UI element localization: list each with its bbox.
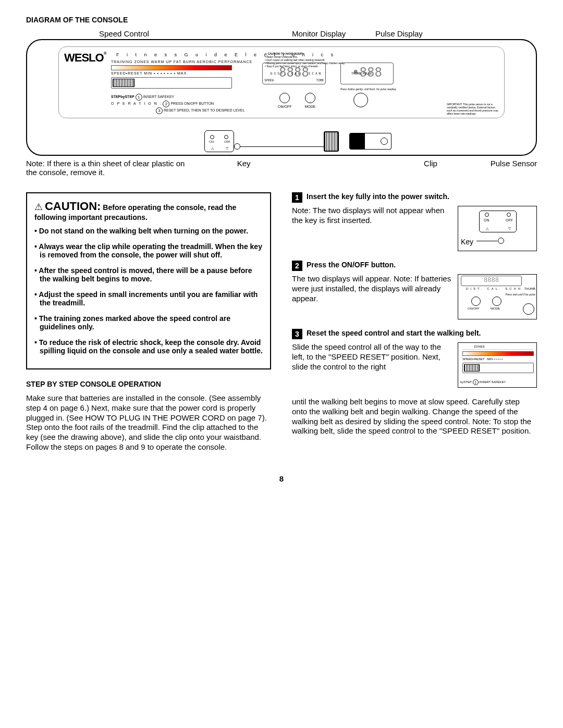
label-pulse-display: Pulse Display [375,29,423,38]
step-3-figure: ZONES SPEED•RESET MIN • • • • • bySTEP 1… [458,342,537,388]
step-2-text: The two displays will appear. Note: If b… [292,274,452,319]
step-1-figure: ON OFF △ ▽ Key [458,206,537,251]
power-switch-icon: ON OFF △ ▽ [204,130,234,152]
note-plastic: Note: If there is a thin sheet of clear … [26,159,193,177]
brand-logo: WESLO® [64,51,106,65]
training-zones-row: TRAINING ZONES WARM UP FAT BURN AEROBIC … [111,60,252,64]
subsection-para: Make sure that batteries are installed i… [26,393,271,452]
bullet-5: The training zones marked above the spee… [34,314,263,331]
bullet-4: Adjust the speed in small increments unt… [34,290,263,307]
label-monitor-display: Monitor Display [292,29,375,38]
left-column: ⚠ CAUTION: Before operating the console,… [26,192,271,459]
clip-icon [324,131,339,152]
step-1-title: Insert the key fully into the power swit… [307,192,449,201]
pulse-display-box: •888 THUMB PULSE [340,63,394,84]
training-gradient [111,65,232,70]
bullet-3: After the speed control is moved, there … [34,266,263,283]
pulse-button-icon [353,93,368,107]
step-1-header: 1 Insert the key fully into the power sw… [292,192,537,203]
caution-box: ⚠ CAUTION: Before operating the console,… [26,192,271,369]
step-by-step-panel: STEPbySTEP 1 INSERT SAFEKEY O P E R A T … [111,94,244,114]
speed-slider-track [111,77,232,89]
step-3-title: Reset the speed control and start the wa… [307,329,481,337]
step-3-continuation: until the walking belt begins to move at… [292,397,537,436]
step-1-text: Note: The two displays will not appear w… [292,206,452,251]
mode-button-icon [305,93,315,103]
key-cord [240,146,324,147]
bullet-1: Do not stand on the walking belt when tu… [34,227,263,235]
step-3-header: 3 Reset the speed control and start the … [292,329,537,339]
console-diagram: WESLO® F i t n e s s G u i d e E l e c t… [26,39,537,156]
step-3-num: 3 [292,329,302,339]
thumb-instruction: Press button gently, until flush, for pu… [340,88,397,91]
pulse-disclaimer: IMPORTANT: This pulse sensor is not a me… [447,103,499,115]
caution-bullets: Do not stand on the walking belt when tu… [34,227,263,355]
speed-slider-thumb [113,79,134,87]
step-2-title: Press the ON/OFF button. [307,261,396,269]
caution-title: CAUTION: [45,200,101,213]
step-2-figure: 8888 DIST. CAL. SCAN THUMB Press butt un… [458,274,537,319]
right-column: 1 Insert the key fully into the power sw… [292,192,537,459]
label-clip: Clip [424,159,455,177]
step-2-num: 2 [292,261,302,271]
diagram-bottom-labels: Note: If there is a thin sheet of clear … [26,159,537,177]
step-1-num: 1 [292,192,302,203]
subsection-title: STEP BY STEP CONSOLE OPERATION [26,380,271,388]
label-key: Key [228,159,260,177]
console-buttons: ON/OFF MODE [278,93,315,108]
monitor-display-box: SPEED 8888 TIME DIST. CAL. SCAN [262,63,326,84]
page-number: 8 [26,474,537,483]
section-title: DIAGRAM OF THE CONSOLE [26,16,537,24]
diagram-top-labels: Speed Control Monitor Display Pulse Disp… [26,29,537,38]
label-speed-control: Speed Control [99,29,203,38]
pulse-sensor-icon [349,133,391,150]
warning-icon: ⚠ [34,201,43,213]
step-3-text: Slide the speed control all of the way t… [292,342,452,388]
speed-scale-row: SPEED•RESET MIN • • • • • • • MAX. [111,71,188,75]
bullet-2: Always wear the clip while operating the… [34,242,263,259]
key-clip-diagram: ON OFF △ ▽ [204,130,391,152]
step-2-header: 2 Press the ON/OFF button. [292,261,537,271]
onoff-button-icon [279,93,290,103]
label-pulse-sensor: Pulse Sensor [491,159,537,177]
bullet-6: To reduce the risk of electric shock, ke… [34,338,263,355]
